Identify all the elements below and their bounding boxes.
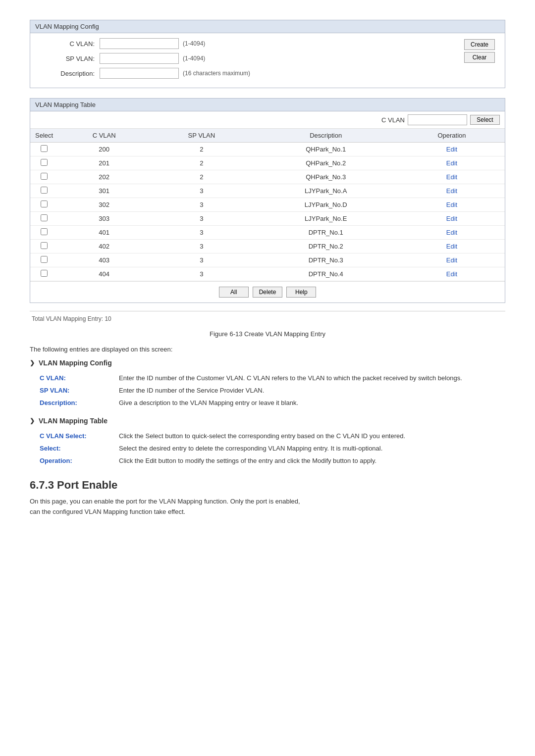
row-select-cell — [30, 184, 58, 198]
row-cvlan: 403 — [58, 253, 150, 267]
row-checkbox[interactable] — [41, 256, 48, 263]
row-checkbox[interactable] — [41, 187, 48, 194]
row-description: LJYPark_No.A — [253, 184, 399, 198]
create-button[interactable]: Create — [464, 39, 495, 50]
table-row: 303 3 LJYPark_No.E Edit — [30, 212, 505, 226]
edit-link[interactable]: Edit — [446, 215, 457, 222]
total-line: Total VLAN Mapping Entry: 10 — [32, 315, 505, 322]
row-select-cell — [30, 143, 58, 156]
row-description: QHPark_No.2 — [253, 156, 399, 170]
edit-link[interactable]: Edit — [446, 187, 457, 195]
row-select-cell — [30, 198, 58, 212]
term-cell: Operation: — [40, 454, 119, 467]
desc-section: ❯ VLAN Mapping Table C VLAN Select: Clic… — [30, 417, 505, 467]
col-spvlan: SP VLAN — [150, 129, 253, 143]
select-button[interactable]: Select — [470, 115, 500, 125]
spvlan-label: SP VLAN: — [40, 55, 100, 62]
def-cell: Enter the ID number of the Service Provi… — [119, 384, 515, 397]
term-cell: C VLAN Select: — [40, 430, 119, 442]
table-row: 302 3 LJYPark_No.D Edit — [30, 198, 505, 212]
row-operation[interactable]: Edit — [399, 170, 505, 184]
cvlan-filter-input[interactable] — [408, 114, 467, 125]
row-operation[interactable]: Edit — [399, 143, 505, 156]
row-description: DPTR_No.2 — [253, 240, 399, 253]
desc-table: C VLAN: Enter the ID number of the Custo… — [40, 372, 515, 409]
row-spvlan: 3 — [150, 267, 253, 281]
row-operation[interactable]: Edit — [399, 198, 505, 212]
edit-link[interactable]: Edit — [446, 159, 457, 167]
desc-section: ❯ VLAN Mapping Config C VLAN: Enter the … — [30, 359, 505, 409]
row-cvlan: 401 — [58, 226, 150, 240]
row-select-cell — [30, 212, 58, 226]
table-section-header: VLAN Mapping Table — [30, 99, 505, 111]
row-spvlan: 2 — [150, 156, 253, 170]
row-operation[interactable]: Edit — [399, 253, 505, 267]
def-cell: Give a description to the VLAN Mapping e… — [119, 397, 515, 409]
row-operation[interactable]: Edit — [399, 226, 505, 240]
all-button[interactable]: All — [219, 287, 249, 298]
def-cell: Click the Edit button to modify the sett… — [119, 454, 515, 467]
edit-link[interactable]: Edit — [446, 256, 457, 264]
row-operation[interactable]: Edit — [399, 240, 505, 253]
table-row: 404 3 DPTR_No.4 Edit — [30, 267, 505, 281]
col-description: Description — [253, 129, 399, 143]
term-cell: Select: — [40, 442, 119, 454]
row-checkbox[interactable] — [41, 159, 48, 166]
def-cell: Enter the ID number of the Customer VLAN… — [119, 372, 515, 384]
port-enable-line1: On this page, you can enable the port fo… — [30, 498, 300, 505]
edit-link[interactable]: Edit — [446, 173, 457, 181]
section-title-text: VLAN Mapping Table — [39, 417, 107, 425]
row-operation[interactable]: Edit — [399, 156, 505, 170]
row-description: QHPark_No.1 — [253, 143, 399, 156]
cvlan-input[interactable] — [100, 38, 179, 49]
edit-link[interactable]: Edit — [446, 243, 457, 250]
table-row: 200 2 QHPark_No.1 Edit — [30, 143, 505, 156]
row-spvlan: 3 — [150, 212, 253, 226]
edit-link[interactable]: Edit — [446, 229, 457, 236]
row-operation[interactable]: Edit — [399, 267, 505, 281]
row-checkbox[interactable] — [41, 214, 48, 221]
vlan-mapping-config-section: VLAN Mapping Config C VLAN: (1-4094) SP … — [30, 20, 505, 88]
row-cvlan: 303 — [58, 212, 150, 226]
row-checkbox[interactable] — [41, 228, 48, 235]
row-operation[interactable]: Edit — [399, 212, 505, 226]
divider — [30, 311, 505, 311]
description-input[interactable] — [100, 68, 179, 79]
description-sections: ❯ VLAN Mapping Config C VLAN: Enter the … — [30, 359, 505, 467]
row-checkbox[interactable] — [41, 270, 48, 277]
table-row: 201 2 QHPark_No.2 Edit — [30, 156, 505, 170]
edit-link[interactable]: Edit — [446, 146, 457, 153]
row-checkbox[interactable] — [41, 145, 48, 152]
row-spvlan: 3 — [150, 253, 253, 267]
config-fields: C VLAN: (1-4094) SP VLAN: (1-4094) Descr… — [40, 38, 454, 83]
row-spvlan: 2 — [150, 143, 253, 156]
desc-row: Select: Select the desired entry to dele… — [40, 442, 515, 454]
row-checkbox[interactable] — [41, 242, 48, 249]
edit-link[interactable]: Edit — [446, 201, 457, 208]
row-operation[interactable]: Edit — [399, 184, 505, 198]
desc-row: Description: Give a description to the V… — [40, 397, 515, 409]
cvlan-hint: (1-4094) — [183, 40, 205, 47]
row-select-cell — [30, 267, 58, 281]
port-enable-body: On this page, you can enable the port fo… — [30, 497, 505, 517]
description-row: Description: (16 characters maximum) — [40, 68, 454, 79]
row-select-cell — [30, 240, 58, 253]
row-description: DPTR_No.1 — [253, 226, 399, 240]
row-checkbox[interactable] — [41, 201, 48, 207]
vlan-mapping-table-section: VLAN Mapping Table C VLAN Select Select … — [30, 98, 505, 303]
table-row: 402 3 DPTR_No.2 Edit — [30, 240, 505, 253]
help-button[interactable]: Help — [286, 287, 316, 298]
row-checkbox[interactable] — [41, 173, 48, 180]
row-cvlan: 202 — [58, 170, 150, 184]
spvlan-input[interactable] — [100, 53, 179, 64]
clear-button[interactable]: Clear — [464, 52, 495, 63]
table-footer: All Delete Help — [30, 281, 505, 302]
row-spvlan: 3 — [150, 226, 253, 240]
edit-link[interactable]: Edit — [446, 270, 457, 278]
def-cell: Click the Select button to quick-select … — [119, 430, 515, 442]
port-enable-heading: 6.7.3 Port Enable — [30, 479, 505, 492]
row-select-cell — [30, 226, 58, 240]
row-cvlan: 404 — [58, 267, 150, 281]
description-label: Description: — [40, 70, 100, 77]
delete-button[interactable]: Delete — [253, 287, 283, 298]
